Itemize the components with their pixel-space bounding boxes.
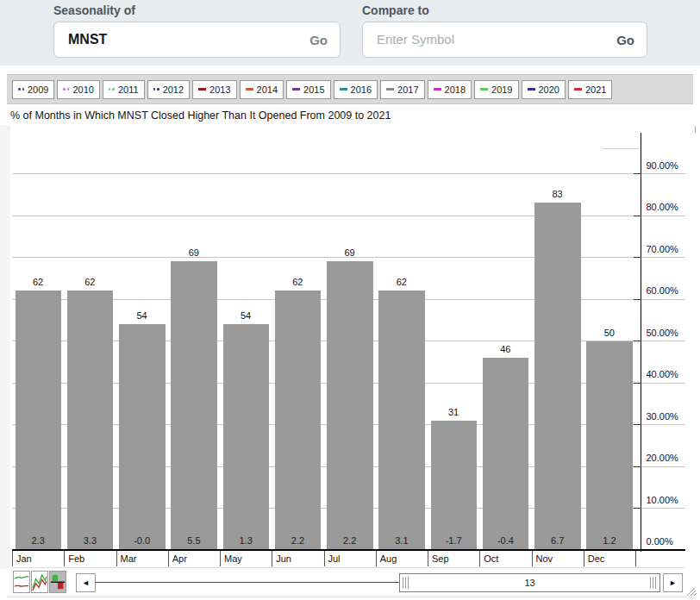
legend-item-2021[interactable]: 2021 <box>568 80 612 99</box>
x-axis-month-label: Oct <box>484 553 498 564</box>
chart-title: % of Months in Which MNST Closed Higher … <box>10 109 391 122</box>
y-axis-tick-label: 40.00% <box>647 369 678 379</box>
bar-chart-icon <box>50 572 66 592</box>
solid-series-marker-icon <box>434 88 441 91</box>
y-axis-tick <box>634 216 641 216</box>
solid-series-marker-icon <box>528 88 535 91</box>
smooth-line-chart-button[interactable] <box>13 571 30 593</box>
legend-item-2009[interactable]: 2009 <box>12 80 54 99</box>
bar-change-label: -0.0 <box>116 535 168 546</box>
solid-series-marker-icon <box>340 88 347 91</box>
gridline <box>12 257 685 258</box>
bar-value-label: 62 <box>64 277 116 287</box>
x-axis-month-label: Aug <box>380 553 397 564</box>
gridline <box>12 508 685 509</box>
bar <box>483 358 529 550</box>
bar-value-label: 62 <box>272 277 323 287</box>
x-axis-month-label: Mar <box>121 553 137 564</box>
scrollbar-track[interactable] <box>96 582 399 583</box>
legend-item-2018[interactable]: 2018 <box>428 80 472 99</box>
bar <box>534 203 581 550</box>
legend-year-label: 2017 <box>397 84 418 95</box>
x-axis-month-label: Apr <box>172 553 187 564</box>
bar <box>431 421 478 550</box>
bar <box>327 261 373 550</box>
legend-item-2013[interactable]: 2013 <box>192 80 236 99</box>
legend-year-label: 2012 <box>163 84 184 95</box>
legend-item-2020[interactable]: 2020 <box>522 80 566 99</box>
legend-item-2014[interactable]: 2014 <box>240 80 284 99</box>
bar-change-label: 6.7 <box>532 535 584 546</box>
x-axis-month-label: Jan <box>16 553 32 564</box>
year-legend: 2009201020112012201320142015201620172018… <box>7 74 693 104</box>
solid-series-marker-icon <box>480 88 488 91</box>
y-axis-tick-label: 20.00% <box>647 453 678 463</box>
legend-item-2011[interactable]: 2011 <box>103 80 145 99</box>
bar-value-label: 69 <box>324 247 376 258</box>
compare-symbol-input[interactable] <box>375 31 585 48</box>
bar <box>586 341 633 551</box>
legend-item-2016[interactable]: 2016 <box>334 80 378 99</box>
x-axis-month-label: Jul <box>328 553 341 564</box>
x-axis-month-label: Jun <box>276 553 291 564</box>
legend-year-label: 2020 <box>539 84 559 95</box>
compare-symbol-box: Go <box>362 22 647 58</box>
legend-item-2017[interactable]: 2017 <box>380 80 424 99</box>
bar-change-label: 2.2 <box>324 535 376 546</box>
scrollbar-thumb[interactable]: 13 <box>399 573 660 592</box>
compare-go-button[interactable]: Go <box>616 33 634 47</box>
legend-item-2010[interactable]: 2010 <box>57 80 99 99</box>
legend-year-label: 2019 <box>491 84 512 95</box>
legend-item-2012[interactable]: 2012 <box>147 80 190 99</box>
thumb-grip-left <box>403 577 409 589</box>
seasonality-symbol-input[interactable] <box>66 31 277 48</box>
y-axis-tick-label: 0.00% <box>647 536 673 547</box>
bar <box>223 324 270 550</box>
chart-left-gutter <box>0 125 10 569</box>
seasonality-go-button[interactable]: Go <box>309 33 328 47</box>
legend-year-label: 2011 <box>118 84 139 95</box>
thumb-grip-right <box>650 577 657 589</box>
y-axis-tick-label: 60.00% <box>647 285 678 296</box>
chart-controls: ◄ 13 ► <box>0 565 700 600</box>
gridline <box>12 424 685 425</box>
legend-year-label: 2015 <box>303 84 324 95</box>
corner-tick <box>695 126 696 133</box>
y-axis-tick-label: 80.00% <box>647 202 678 212</box>
y-axis-tick <box>634 299 641 300</box>
gridline <box>12 466 685 467</box>
gridline <box>12 383 685 384</box>
legend-year-label: 2014 <box>257 84 278 95</box>
dotted-series-marker-icon <box>18 88 24 91</box>
bar-value-label: 62 <box>12 277 64 287</box>
seasonality-symbol-box: Go <box>53 22 341 58</box>
y-axis-tick <box>634 383 641 384</box>
y-axis-line <box>641 133 642 552</box>
resize-grip-icon[interactable] <box>684 584 697 600</box>
bar-value-label: 46 <box>479 344 531 354</box>
seasonality-field-group: Seasonality of Go <box>53 3 341 58</box>
y-axis-tick-label: 70.00% <box>647 244 678 254</box>
zigzag-line-chart-icon <box>32 572 47 592</box>
seasonality-of-label: Seasonality of <box>53 3 341 17</box>
legend-item-2019[interactable]: 2019 <box>474 80 518 99</box>
zigzag-line-chart-button[interactable] <box>31 571 48 593</box>
y-axis-tick-label: 10.00% <box>647 495 678 505</box>
scrollbar-value: 13 <box>524 578 534 588</box>
seasonality-app: Seasonality of Go Compare to Go 20092010… <box>0 0 700 600</box>
y-axis-tick <box>634 508 641 509</box>
bar <box>119 324 166 550</box>
legend-year-label: 2021 <box>585 84 606 95</box>
scroll-left-button[interactable]: ◄ <box>76 573 96 592</box>
solid-series-marker-icon <box>292 88 300 91</box>
axis-top-minor-line <box>602 148 640 149</box>
x-axis-month-label: Nov <box>536 553 553 564</box>
bar-change-label: 2.3 <box>12 535 64 546</box>
legend-item-2015[interactable]: 2015 <box>286 80 330 99</box>
x-axis-month-label: Feb <box>68 553 84 564</box>
dotted-series-marker-icon <box>109 88 115 91</box>
compare-field-group: Compare to Go <box>362 3 647 58</box>
scroll-right-button[interactable]: ► <box>663 573 683 592</box>
x-axis-month-label: May <box>224 553 242 564</box>
bar-chart-button[interactable] <box>49 571 66 593</box>
